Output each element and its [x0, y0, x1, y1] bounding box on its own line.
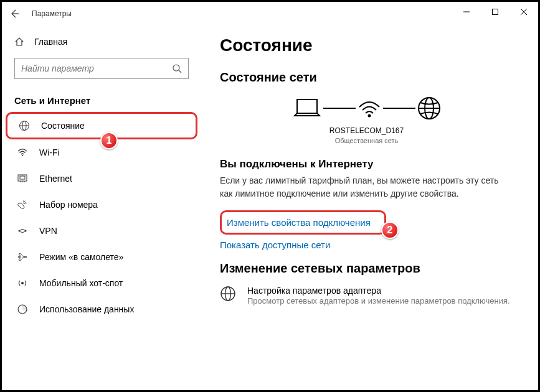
window-controls [452, 2, 538, 22]
laptop-icon [291, 96, 323, 121]
svg-point-17 [21, 282, 24, 284]
datausage-icon [17, 304, 28, 315]
svg-rect-1 [493, 9, 498, 15]
sidebar-item-vpn[interactable]: VPN [2, 218, 201, 244]
back-button[interactable] [7, 6, 22, 21]
sidebar-item-label: VPN [39, 226, 57, 236]
adapter-settings-row[interactable]: Настройка параметров адаптера Просмотр с… [220, 286, 513, 307]
settings-window: Параметры Главная Сеть и Интернет Состоя… [0, 0, 540, 392]
wifi-icon [17, 147, 28, 158]
network-label: ROSTELECOM_D167 Общественная сеть [220, 126, 513, 146]
network-type: Общественная сеть [220, 136, 513, 146]
ethernet-icon [17, 173, 28, 184]
wifi-signal-icon [356, 96, 383, 121]
connection-line [323, 108, 356, 109]
sidebar-item-label: Ethernet [39, 174, 72, 184]
search-input[interactable] [21, 63, 172, 73]
titlebar: Параметры [2, 2, 538, 26]
maximize-button[interactable] [481, 2, 509, 22]
section-status-title: Состояние сети [220, 70, 513, 85]
home-icon [14, 37, 24, 47]
svg-line-5 [179, 70, 181, 73]
status-icon [19, 120, 30, 131]
sidebar-item-airplane[interactable]: Режим «в самолете» [2, 244, 201, 270]
sidebar-item-label: Набор номера [39, 200, 98, 210]
sidebar-item-hotspot[interactable]: Мобильный хот-спот [2, 270, 201, 296]
vpn-icon [17, 225, 28, 236]
close-button[interactable] [509, 2, 538, 22]
sidebar-item-wifi[interactable]: Wi-Fi [2, 139, 201, 166]
globe-icon [415, 95, 443, 122]
minimize-button[interactable] [452, 2, 481, 22]
content-area: Состояние Состояние сети ROSTELECOM_D167… [201, 26, 538, 390]
category-title: Сеть и Интернет [2, 84, 201, 112]
change-connection-props-link[interactable]: Изменить свойства подключения [227, 217, 371, 228]
window-title: Параметры [32, 9, 72, 18]
sidebar-item-label: Wi-Fi [39, 147, 60, 157]
svg-point-9 [22, 155, 23, 156]
adapter-title: Настройка параметров адаптера [247, 286, 510, 296]
svg-point-4 [173, 65, 179, 71]
airplane-icon [17, 251, 28, 263]
sidebar-item-label: Мобильный хот-спот [39, 278, 123, 288]
dialup-icon [17, 199, 28, 210]
annotation-highlight-2: Изменить свойства подключения [220, 210, 386, 235]
search-icon [172, 63, 182, 73]
search-box[interactable] [14, 58, 189, 79]
adapter-icon [220, 286, 236, 307]
page-title: Состояние [220, 35, 513, 55]
sidebar-item-dialup[interactable]: Набор номера [2, 192, 201, 218]
sidebar: Главная Сеть и Интернет Состояние 1 Wi-F… [2, 26, 201, 390]
sidebar-item-label: Режим «в самолете» [39, 252, 123, 262]
connected-desc: Если у вас лимитный тарифный план, вы мо… [220, 174, 513, 200]
svg-rect-11 [20, 176, 25, 179]
svg-point-20 [367, 114, 371, 118]
home-link[interactable]: Главная [2, 30, 201, 53]
hotspot-icon [17, 278, 28, 289]
svg-rect-19 [297, 100, 317, 113]
sidebar-item-label: Использование данных [39, 304, 134, 314]
sidebar-item-label: Состояние [41, 121, 85, 131]
connected-title: Вы подключены к Интернету [220, 158, 513, 170]
sidebar-item-ethernet[interactable]: Ethernet [2, 166, 201, 192]
annotation-badge-2: 2 [381, 222, 399, 239]
home-label: Главная [34, 37, 67, 47]
adapter-desc: Просмотр сетевых адаптеров и изменение п… [247, 296, 510, 307]
sidebar-item-datausage[interactable]: Использование данных [2, 296, 201, 322]
network-diagram [220, 95, 513, 122]
show-available-networks-link[interactable]: Показать доступные сети [220, 240, 330, 250]
network-name: ROSTELECOM_D167 [220, 126, 513, 136]
section-change-title: Изменение сетевых параметров [220, 261, 513, 276]
connection-line [383, 108, 415, 109]
